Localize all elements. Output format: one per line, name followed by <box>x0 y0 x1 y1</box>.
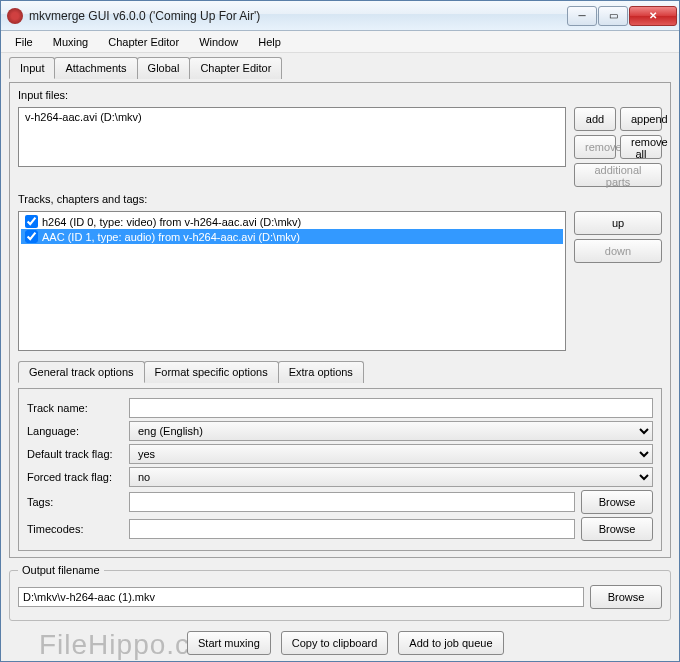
language-label: Language: <box>27 425 123 437</box>
tab-panel-input: Input files: v-h264-aac.avi (D:\mkv) add… <box>9 82 671 558</box>
timecodes-input[interactable] <box>129 519 575 539</box>
menu-chapter-editor[interactable]: Chapter Editor <box>98 33 189 51</box>
app-icon <box>7 8 23 24</box>
track-name-input[interactable] <box>129 398 653 418</box>
tab-attachments[interactable]: Attachments <box>54 57 137 79</box>
minimize-button[interactable]: ─ <box>567 6 597 26</box>
add-job-queue-button[interactable]: Add to job queue <box>398 631 503 655</box>
additional-parts-button[interactable]: additional parts <box>574 163 662 187</box>
maximize-button[interactable]: ▭ <box>598 6 628 26</box>
menu-muxing[interactable]: Muxing <box>43 33 98 51</box>
tab-format-options[interactable]: Format specific options <box>144 361 279 383</box>
copy-clipboard-button[interactable]: Copy to clipboard <box>281 631 389 655</box>
option-tabs: General track options Format specific op… <box>18 361 662 383</box>
timecodes-browse-button[interactable]: Browse <box>581 517 653 541</box>
append-button[interactable]: append <box>620 107 662 131</box>
default-flag-select[interactable]: yes <box>129 444 653 464</box>
tags-input[interactable] <box>129 492 575 512</box>
track-text: h264 (ID 0, type: video) from v-h264-aac… <box>42 216 301 228</box>
track-name-label: Track name: <box>27 402 123 414</box>
tab-global[interactable]: Global <box>137 57 191 79</box>
list-item[interactable]: v-h264-aac.avi (D:\mkv) <box>21 110 563 124</box>
forced-flag-label: Forced track flag: <box>27 471 123 483</box>
remove-all-button[interactable]: remove all <box>620 135 662 159</box>
track-checkbox[interactable] <box>25 215 38 228</box>
tab-extra-options[interactable]: Extra options <box>278 361 364 383</box>
start-muxing-button[interactable]: Start muxing <box>187 631 271 655</box>
window-title: mkvmerge GUI v6.0.0 ('Coming Up For Air'… <box>29 9 567 23</box>
tags-browse-button[interactable]: Browse <box>581 490 653 514</box>
tab-input[interactable]: Input <box>9 57 55 79</box>
menubar: File Muxing Chapter Editor Window Help <box>1 31 679 53</box>
down-button[interactable]: down <box>574 239 662 263</box>
remove-button[interactable]: remove <box>574 135 616 159</box>
menu-window[interactable]: Window <box>189 33 248 51</box>
input-files-label: Input files: <box>18 89 662 101</box>
track-row[interactable]: AAC (ID 1, type: audio) from v-h264-aac.… <box>21 229 563 244</box>
general-options-panel: Track name: Language: eng (English) Defa… <box>18 388 662 551</box>
output-label: Output filename <box>18 564 104 576</box>
default-flag-label: Default track flag: <box>27 448 123 460</box>
menu-help[interactable]: Help <box>248 33 291 51</box>
track-row[interactable]: h264 (ID 0, type: video) from v-h264-aac… <box>21 214 563 229</box>
add-button[interactable]: add <box>574 107 616 131</box>
bottom-bar: FileHippo.com Start muxing Copy to clipb… <box>9 625 671 661</box>
titlebar: mkvmerge GUI v6.0.0 ('Coming Up For Air'… <box>1 1 679 31</box>
up-button[interactable]: up <box>574 211 662 235</box>
tracks-list[interactable]: h264 (ID 0, type: video) from v-h264-aac… <box>18 211 566 351</box>
track-checkbox[interactable] <box>25 230 38 243</box>
main-tabs: Input Attachments Global Chapter Editor <box>9 57 671 79</box>
tracks-label: Tracks, chapters and tags: <box>18 193 662 205</box>
tags-label: Tags: <box>27 496 123 508</box>
input-files-list[interactable]: v-h264-aac.avi (D:\mkv) <box>18 107 566 167</box>
tab-general-options[interactable]: General track options <box>18 361 145 383</box>
track-text: AAC (ID 1, type: audio) from v-h264-aac.… <box>42 231 300 243</box>
tab-chapter-editor[interactable]: Chapter Editor <box>189 57 282 79</box>
menu-file[interactable]: File <box>5 33 43 51</box>
output-filename-input[interactable] <box>18 587 584 607</box>
close-button[interactable]: ✕ <box>629 6 677 26</box>
output-browse-button[interactable]: Browse <box>590 585 662 609</box>
language-select[interactable]: eng (English) <box>129 421 653 441</box>
forced-flag-select[interactable]: no <box>129 467 653 487</box>
timecodes-label: Timecodes: <box>27 523 123 535</box>
output-group: Output filename Browse <box>9 564 671 621</box>
